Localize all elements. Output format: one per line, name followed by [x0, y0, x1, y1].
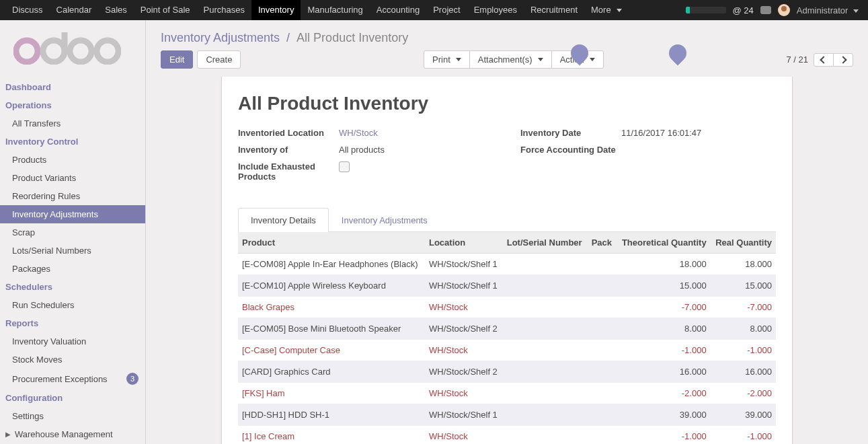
sidebar-item-label: Run Schedulers [12, 300, 75, 310]
cell: 8.000 [617, 318, 711, 340]
value-inventory-of: All products [339, 145, 494, 155]
pager: 7 / 21 [786, 53, 853, 67]
messaging-count[interactable]: @ 24 [733, 5, 754, 15]
expand-icon: ▶ [5, 431, 11, 438]
col-theoretical-quantity[interactable]: Theoretical Quantity [617, 232, 711, 254]
table-row[interactable]: [E-COM10] Apple Wireless KeyboardWH/Stoc… [238, 275, 776, 297]
breadcrumb-link[interactable]: Inventory Adjustments [161, 31, 280, 45]
col-location[interactable]: Location [425, 232, 503, 254]
topnav-item-manufacturing[interactable]: Manufacturing [301, 0, 369, 20]
cell: -1.000 [617, 426, 711, 445]
main-content: Inventory Adjustments / All Product Inve… [146, 20, 868, 444]
cell: WH/Stock [425, 340, 503, 361]
svg-point-1 [43, 40, 65, 62]
table-row[interactable]: [CARD] Graphics CardWH/Stock/Shelf 216.0… [238, 361, 776, 383]
table-row[interactable]: Black GrapesWH/Stock-7.000-7.000 [238, 297, 776, 318]
edit-button[interactable]: Edit [161, 50, 193, 69]
sidebar-item-all-transfers[interactable]: All Transfers [0, 114, 145, 133]
sidebar-item-lots-serial-numbers[interactable]: Lots/Serial Numbers [0, 242, 145, 260]
col-lot-serial-number[interactable]: Lot/Serial Number [503, 232, 588, 254]
sidebar-item-settings[interactable]: Settings [0, 407, 145, 425]
value-force-date [621, 145, 776, 155]
tab-inventory-details[interactable]: Inventory Details [238, 208, 329, 232]
attachments-button[interactable]: Attachment(s) [469, 50, 552, 69]
sidebar-section-reports[interactable]: Reports [0, 314, 145, 332]
progress-indicator [686, 7, 726, 13]
chat-icon[interactable] [760, 6, 771, 14]
sidebar-section-inventory-control[interactable]: Inventory Control [0, 133, 145, 151]
cell: 39.000 [617, 404, 711, 426]
col-real-quantity[interactable]: Real Quantity [711, 232, 776, 254]
sidebar-item-label: Stock Moves [12, 355, 62, 365]
cell [588, 404, 617, 426]
table-row[interactable]: [E-COM05] Bose Mini Bluetooth SpeakerWH/… [238, 318, 776, 340]
sidebar-section-dashboard[interactable]: Dashboard [0, 78, 145, 96]
sidebar-section-schedulers[interactable]: Schedulers [0, 278, 145, 296]
include-exhausted-checkbox[interactable] [339, 161, 350, 172]
col-pack[interactable]: Pack [588, 232, 617, 254]
pager-prev-button[interactable] [814, 53, 834, 67]
sidebar-sub-warehouse[interactable]: ▶ Warehouse Management [0, 425, 145, 443]
cell [503, 254, 588, 275]
sidebar-item-procurement-exceptions[interactable]: Procurement Exceptions3 [0, 369, 145, 389]
user-menu[interactable]: Administrator [797, 5, 859, 15]
tabs: Inventory DetailsInventory Adjustments [238, 207, 776, 232]
breadcrumb: Inventory Adjustments / All Product Inve… [146, 20, 868, 50]
avatar[interactable] [778, 4, 790, 16]
cell [588, 297, 617, 318]
cell: 16.000 [711, 361, 776, 383]
topnav-item-calendar[interactable]: Calendar [50, 0, 99, 20]
caret-down-icon [853, 9, 859, 13]
sidebar-item-reordering-rules[interactable]: Reordering Rules [0, 187, 145, 205]
topnav-item-accounting[interactable]: Accounting [370, 0, 426, 20]
topnav-item-purchases[interactable]: Purchases [197, 0, 251, 20]
sidebar-item-product-variants[interactable]: Product Variants [0, 169, 145, 187]
sidebar-section-configuration[interactable]: Configuration [0, 389, 145, 407]
sidebar-sub-label: Warehouse Management [15, 429, 113, 439]
table-row[interactable]: [FKS] HamWH/Stock-2.000-2.000 [238, 383, 776, 404]
cell: 15.000 [711, 275, 776, 297]
cell: -2.000 [711, 383, 776, 404]
cell: 18.000 [711, 254, 776, 275]
topnav-item-recruitment[interactable]: Recruitment [524, 0, 584, 20]
sidebar-item-inventory-valuation[interactable]: Inventory Valuation [0, 332, 145, 350]
sidebar-item-products[interactable]: Products [0, 151, 145, 169]
topnav-item-inventory[interactable]: Inventory [251, 0, 301, 20]
topnav-item-sales[interactable]: Sales [98, 0, 134, 20]
tab-inventory-adjustments[interactable]: Inventory Adjustments [329, 208, 440, 232]
sidebar-item-label: Products [12, 155, 46, 165]
topnav-item-discuss[interactable]: Discuss [5, 0, 50, 20]
cell: WH/Stock/Shelf 1 [425, 275, 503, 297]
cell: 16.000 [617, 361, 711, 383]
form-sheet: All Product Inventory Inventoried Locati… [221, 77, 793, 444]
pager-next-button[interactable] [833, 53, 853, 67]
chevron-left-icon [820, 56, 827, 63]
top-navigation: DiscussCalendarSalesPoint of SalePurchas… [0, 0, 868, 20]
cell: -1.000 [711, 340, 776, 361]
table-row[interactable]: [C-Case] Computer CaseWH/Stock-1.000-1.0… [238, 340, 776, 361]
badge-count: 3 [126, 373, 139, 385]
sidebar-section-operations[interactable]: Operations [0, 96, 145, 114]
col-product[interactable]: Product [238, 232, 425, 254]
create-button[interactable]: Create [197, 50, 241, 69]
table-row[interactable]: [E-COM08] Apple In-Ear Headphones (Black… [238, 254, 776, 275]
label-force-date: Force Accounting Date [520, 145, 621, 155]
cell: -1.000 [711, 426, 776, 445]
cell [503, 383, 588, 404]
sidebar-item-packages[interactable]: Packages [0, 260, 145, 278]
topnav-more[interactable]: More [584, 0, 629, 20]
cell: [E-COM10] Apple Wireless Keyboard [238, 275, 425, 297]
sidebar-item-scrap[interactable]: Scrap [0, 223, 145, 242]
topnav-item-point-of-sale[interactable]: Point of Sale [134, 0, 197, 20]
topnav-item-employees[interactable]: Employees [467, 0, 524, 20]
table-row[interactable]: [HDD-SH1] HDD SH-1WH/Stock/Shelf 139.000… [238, 404, 776, 426]
sidebar-item-stock-moves[interactable]: Stock Moves [0, 350, 145, 369]
chevron-right-icon [839, 56, 846, 63]
table-row[interactable]: [1] Ice CreamWH/Stock-1.000-1.000 [238, 426, 776, 445]
topnav-item-project[interactable]: Project [426, 0, 467, 20]
print-button[interactable]: Print [424, 50, 470, 69]
value-location[interactable]: WH/Stock [339, 128, 494, 138]
cell: WH/Stock/Shelf 1 [425, 254, 503, 275]
sidebar-item-inventory-adjustments[interactable]: Inventory Adjustments [0, 205, 145, 223]
sidebar-item-run-schedulers[interactable]: Run Schedulers [0, 296, 145, 314]
